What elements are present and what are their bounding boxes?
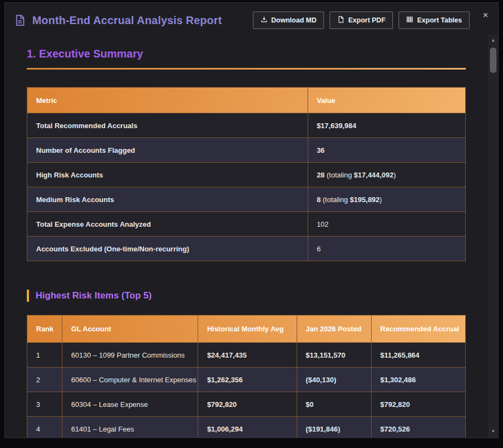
column-header: Metric (27, 88, 308, 113)
accent-bar (27, 290, 29, 302)
table-cell: $792,820 (198, 392, 297, 417)
scrollbar[interactable]: ▲ ▼ (488, 35, 498, 438)
section-heading-executive-summary: 1. Executive Summary (27, 48, 466, 60)
table-cell: Medium Risk Accounts (27, 187, 308, 212)
table-row: Total Expense Accounts Analyzed102 (27, 212, 466, 237)
table-cell: $1,006,294 (198, 417, 297, 439)
scroll-up-icon[interactable]: ▲ (488, 36, 498, 44)
scrollbar-thumb[interactable] (490, 48, 496, 73)
table-header-row: MetricValue (27, 88, 466, 113)
button-label: Download MD (271, 16, 317, 24)
table-cell: 102 (308, 212, 465, 237)
table-row: Medium Risk Accounts8 (totaling $195,892… (27, 187, 466, 212)
toolbar: Download MD Export PDF Export Tables (253, 12, 470, 29)
report-modal: × Month-End Accrual Analysis Report Down… (4, 2, 499, 438)
table-grid-icon (406, 16, 413, 25)
table-row: High Risk Accounts28 (totaling $17,444,0… (27, 163, 466, 187)
button-label: Export PDF (348, 16, 385, 24)
table-cell: ($191,846) (297, 417, 371, 439)
table-cell: $11,265,864 (371, 343, 465, 367)
table-header-row: RankGL AccountHistorical Monthly AvgJan … (27, 315, 466, 343)
table-cell: Total Expense Accounts Analyzed (27, 212, 308, 237)
table-cell: Total Recommended Accruals (27, 113, 308, 138)
table-row: 461401 – Legal Fees$1,006,294($191,846)$… (27, 417, 466, 439)
table-cell: $24,417,435 (198, 343, 297, 367)
file-export-icon (337, 16, 344, 25)
subsection-heading-row: Highest Risk Items (Top 5) (27, 290, 466, 302)
table-cell: Accounts Excluded (One-time/Non-recurrin… (27, 237, 308, 261)
table-cell: $720,526 (371, 417, 465, 439)
table-cell: $1,302,486 (371, 367, 465, 392)
table-cell: $13,151,570 (297, 343, 371, 367)
column-header: Value (308, 88, 465, 113)
table-cell: ($40,130) (297, 367, 371, 392)
scroll-down-icon[interactable]: ▼ (488, 427, 498, 435)
table-cell: Number of Accounts Flagged (27, 138, 308, 163)
column-header: Rank (27, 315, 62, 343)
table-cell: 1 (27, 343, 62, 367)
close-icon[interactable]: × (481, 9, 490, 21)
table-row: 260600 – Computer & Internet Expenses$1,… (27, 367, 466, 392)
column-header: Recommended Accrual (371, 315, 465, 343)
page-title: Month-End Accrual Analysis Report (32, 14, 222, 27)
table-row: Total Recommended Accruals$17,639,984 (27, 113, 466, 138)
button-label: Export Tables (417, 16, 462, 24)
table-cell: 2 (27, 367, 62, 392)
executive-summary-table: MetricValueTotal Recommended Accruals$17… (27, 87, 466, 261)
table-cell: $17,639,984 (308, 113, 465, 138)
table-cell: 4 (27, 417, 62, 439)
table-row: 360304 – Lease Expense$792,820$0$792,820 (27, 392, 466, 417)
column-header: GL Account (62, 315, 198, 343)
document-icon (14, 14, 26, 26)
table-cell: $792,820 (371, 392, 465, 417)
table-cell: 8 (totaling $195,892) (308, 187, 465, 212)
export-pdf-button[interactable]: Export PDF (329, 12, 393, 29)
report-content: 1. Executive Summary MetricValueTotal Re… (5, 35, 498, 438)
table-cell: 36 (308, 138, 465, 163)
table-cell: 6 (308, 237, 465, 261)
table-cell: $0 (297, 392, 371, 417)
highest-risk-table: RankGL AccountHistorical Monthly AvgJan … (27, 315, 466, 438)
table-cell: 28 (totaling $17,444,092) (308, 163, 465, 187)
modal-header: Month-End Accrual Analysis Report Downlo… (5, 3, 498, 35)
export-tables-button[interactable]: Export Tables (398, 12, 470, 29)
download-icon (261, 16, 268, 25)
download-md-button[interactable]: Download MD (253, 12, 325, 29)
table-row: 160130 – 1099 Partner Commissions$24,417… (27, 343, 466, 367)
column-header: Jan 2026 Posted (297, 315, 371, 343)
column-header: Historical Monthly Avg (198, 315, 297, 343)
table-cell: 60130 – 1099 Partner Commissions (62, 343, 198, 367)
table-cell: 3 (27, 392, 62, 417)
section-divider (27, 68, 466, 70)
table-cell: 60600 – Computer & Internet Expenses (62, 367, 198, 392)
table-cell: 60304 – Lease Expense (62, 392, 198, 417)
table-row: Accounts Excluded (One-time/Non-recurrin… (27, 237, 466, 261)
subsection-heading-highest-risk: Highest Risk Items (Top 5) (36, 290, 152, 301)
table-cell: 61401 – Legal Fees (62, 417, 198, 439)
table-row: Number of Accounts Flagged36 (27, 138, 466, 163)
table-cell: High Risk Accounts (27, 163, 308, 187)
table-cell: $1,262,356 (198, 367, 297, 392)
